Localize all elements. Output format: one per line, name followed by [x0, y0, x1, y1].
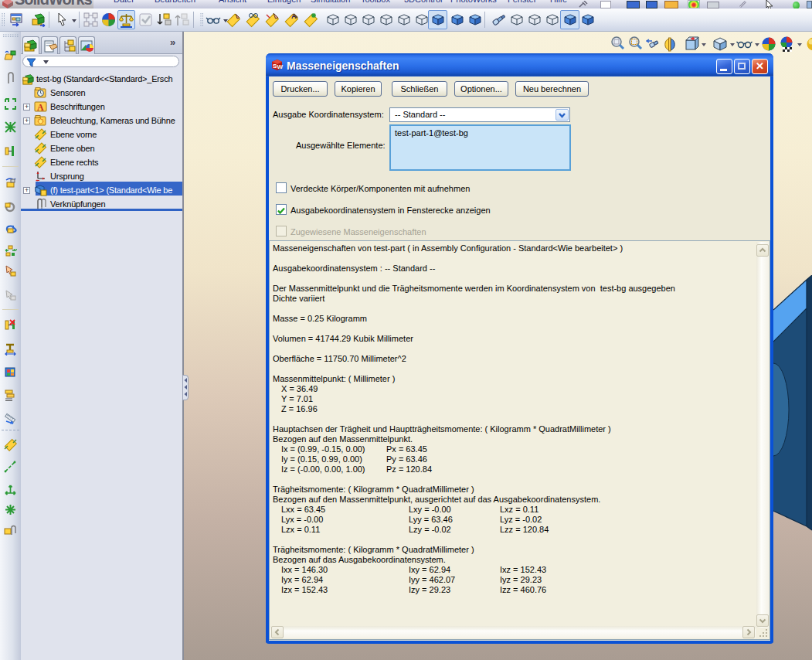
svg-text:A: A [37, 102, 44, 113]
svg-text:W: W [277, 63, 284, 70]
